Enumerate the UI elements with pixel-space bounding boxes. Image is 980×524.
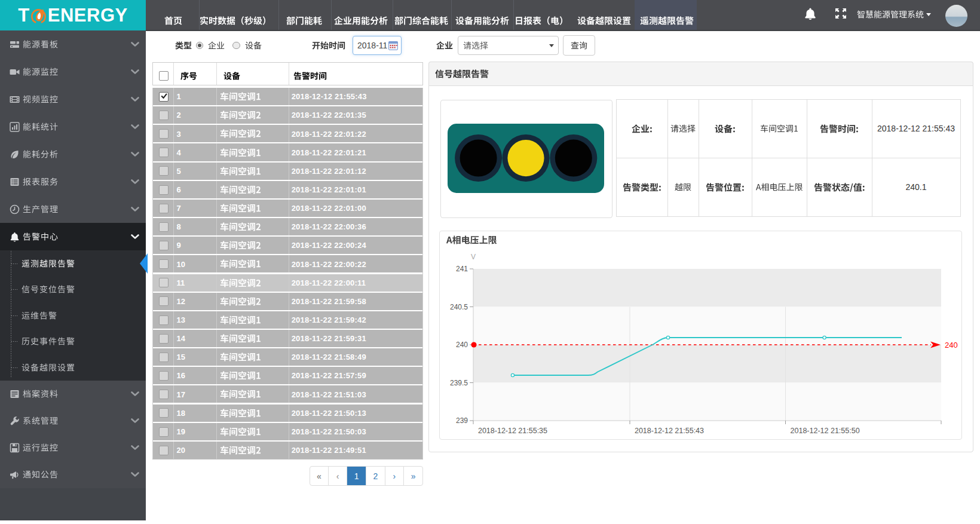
svg-text:240: 240 (456, 341, 468, 349)
svg-text:240.5: 240.5 (450, 303, 468, 311)
svg-text:V: V (471, 253, 476, 261)
svg-text:2018-12-12 21:55:35: 2018-12-12 21:55:35 (478, 427, 547, 435)
svg-text:240: 240 (945, 341, 958, 350)
svg-text:2018-12-12 21:55:50: 2018-12-12 21:55:50 (791, 427, 860, 435)
svg-text:239.5: 239.5 (450, 379, 468, 387)
svg-text:2018-12-12 21:55:43: 2018-12-12 21:55:43 (635, 427, 704, 435)
svg-text:241: 241 (456, 265, 468, 273)
svg-text:239: 239 (456, 416, 468, 425)
